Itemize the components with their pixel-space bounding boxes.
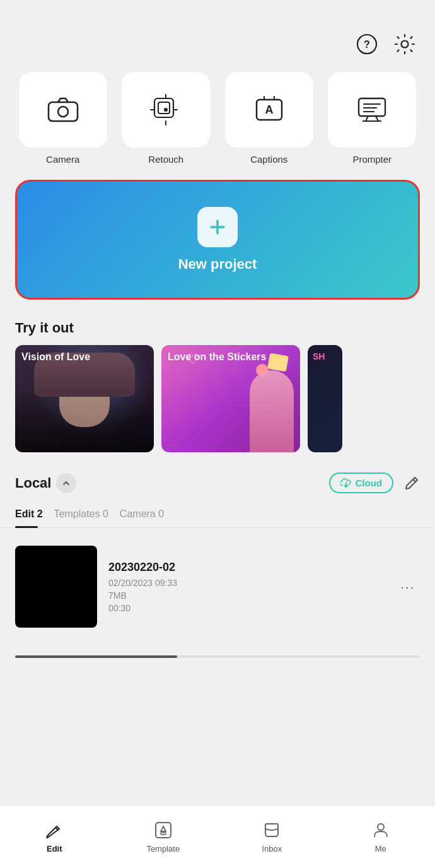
local-header: Local Cloud	[0, 467, 435, 502]
svg-rect-5	[154, 98, 173, 117]
project-name: 20230220-02	[108, 561, 384, 574]
settings-icon-btn[interactable]	[392, 32, 417, 57]
tab-templates[interactable]: Templates 0	[54, 502, 120, 527]
tool-card-prompter	[328, 72, 416, 148]
nav-label-me: Me	[375, 844, 386, 853]
svg-point-22	[378, 824, 384, 830]
tool-label-camera: Camera	[46, 154, 79, 165]
new-project-label: New project	[178, 256, 257, 273]
nav-label-edit: Edit	[47, 844, 62, 853]
tab-edit[interactable]: Edit 2	[15, 502, 54, 527]
project-date: 02/20/2023 09:33	[108, 578, 384, 588]
tool-camera[interactable]: Camera	[15, 72, 111, 165]
svg-rect-3	[49, 102, 78, 121]
nav-item-inbox[interactable]: Inbox	[218, 820, 327, 853]
tools-grid: Camera Retouch A Captions	[0, 67, 435, 175]
try-card-2-label: Love on the Stickers	[168, 351, 267, 363]
nav-item-template[interactable]: Template	[109, 820, 218, 853]
try-card-3-label: SH	[313, 351, 325, 361]
project-duration: 00:30	[108, 603, 384, 613]
local-sort-button[interactable]	[56, 473, 76, 493]
nav-item-me[interactable]: Me	[327, 820, 436, 853]
bottom-nav: Edit Template Inbox Me	[0, 805, 435, 868]
edit-pencil-button[interactable]	[403, 475, 420, 491]
try-scroll: Vision of Love ♡ Love on the Stickers SH	[0, 345, 435, 467]
tool-label-retouch: Retouch	[148, 154, 183, 165]
tool-retouch[interactable]: Retouch	[119, 72, 214, 165]
tool-prompter[interactable]: Prompter	[325, 72, 420, 165]
tool-label-captions: Captions	[250, 154, 287, 165]
tab-camera-label: Camera 0	[120, 508, 164, 519]
tab-templates-label: Templates 0	[54, 508, 108, 519]
nav-item-edit[interactable]: Edit	[0, 820, 109, 853]
table-row: 20230220-02 02/20/2023 09:33 7MB 00:30 ·…	[15, 541, 420, 633]
svg-marker-20	[161, 826, 166, 831]
svg-text:?: ?	[364, 39, 370, 50]
svg-text:A: A	[265, 103, 273, 116]
project-thumbnail[interactable]	[15, 546, 97, 628]
tabs-bar: Edit 2 Templates 0 Camera 0	[0, 502, 435, 528]
project-list: 20230220-02 02/20/2023 09:33 7MB 00:30 ·…	[0, 528, 435, 645]
project-info: 20230220-02 02/20/2023 09:33 7MB 00:30	[108, 561, 384, 613]
top-bar: ?	[0, 0, 435, 67]
tool-card-camera	[19, 72, 107, 148]
local-right: Cloud	[329, 472, 420, 493]
cloud-upload-button[interactable]: Cloud	[329, 472, 394, 493]
svg-rect-21	[161, 833, 166, 835]
svg-point-4	[58, 107, 68, 117]
nav-label-template: Template	[146, 844, 180, 853]
try-card-2[interactable]: ♡ Love on the Stickers	[161, 345, 300, 452]
help-icon-btn[interactable]: ?	[354, 32, 380, 57]
tool-card-retouch	[122, 72, 210, 148]
new-project-wrapper: New project	[0, 175, 435, 315]
tab-edit-label: Edit 2	[15, 508, 43, 519]
try-card-1[interactable]: Vision of Love	[15, 345, 154, 452]
local-title: Local	[15, 475, 51, 491]
svg-line-17	[413, 479, 415, 482]
tool-captions[interactable]: A Captions	[221, 72, 317, 165]
try-card-3[interactable]: SH	[308, 345, 342, 452]
svg-rect-19	[156, 823, 171, 838]
project-size: 7MB	[108, 590, 384, 601]
svg-rect-6	[158, 102, 170, 114]
local-left: Local	[15, 473, 76, 493]
svg-point-7	[164, 108, 168, 112]
project-more-button[interactable]: ···	[395, 575, 420, 599]
svg-point-2	[402, 41, 409, 48]
try-card-1-label: Vision of Love	[21, 351, 90, 363]
cloud-label: Cloud	[356, 478, 383, 488]
progress-bar-wrap	[0, 645, 435, 658]
nav-label-inbox: Inbox	[262, 844, 282, 853]
new-project-button[interactable]: New project	[15, 180, 420, 300]
tool-card-captions: A	[225, 72, 313, 148]
tool-label-prompter: Prompter	[352, 154, 392, 165]
tab-camera[interactable]: Camera 0	[120, 502, 175, 527]
plus-icon	[197, 207, 238, 247]
try-section-title: Try it out	[0, 315, 435, 345]
